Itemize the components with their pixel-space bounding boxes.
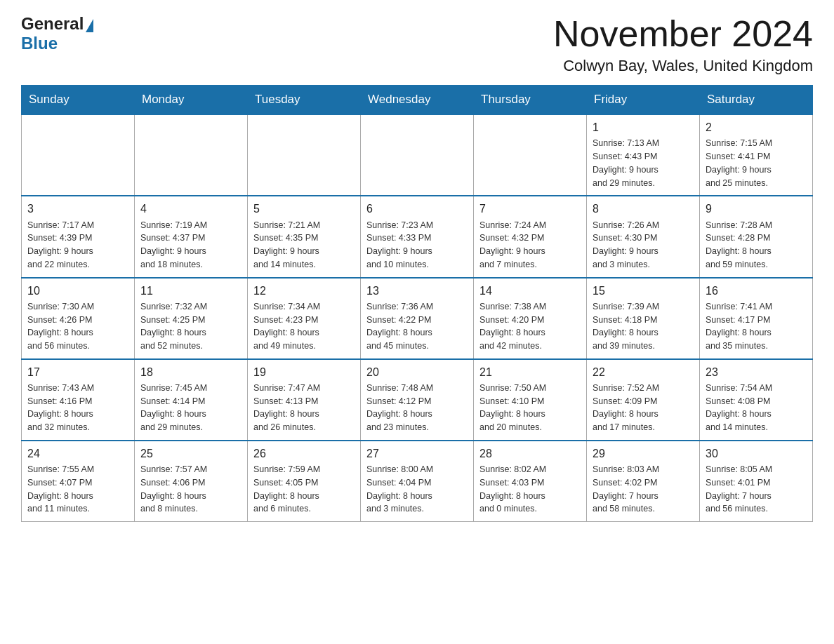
day-info: Sunrise: 7:28 AMSunset: 4:28 PMDaylight:… — [706, 219, 807, 271]
calendar-cell: 4Sunrise: 7:19 AMSunset: 4:37 PMDaylight… — [135, 196, 248, 277]
calendar-cell: 12Sunrise: 7:34 AMSunset: 4:23 PMDayligh… — [248, 278, 361, 359]
day-info: Sunrise: 7:24 AMSunset: 4:32 PMDaylight:… — [479, 219, 581, 271]
week-row-2: 3Sunrise: 7:17 AMSunset: 4:39 PMDaylight… — [22, 196, 813, 277]
day-number: 1 — [593, 119, 694, 135]
day-info: Sunrise: 7:45 AMSunset: 4:14 PMDaylight:… — [140, 382, 241, 434]
calendar-cell: 22Sunrise: 7:52 AMSunset: 4:09 PMDayligh… — [587, 359, 700, 441]
calendar-cell: 14Sunrise: 7:38 AMSunset: 4:20 PMDayligh… — [474, 278, 587, 359]
calendar-subtitle: Colwyn Bay, Wales, United Kingdom — [553, 57, 813, 75]
day-info: Sunrise: 7:36 AMSunset: 4:22 PMDaylight:… — [366, 300, 468, 353]
calendar-cell: 11Sunrise: 7:32 AMSunset: 4:25 PMDayligh… — [135, 278, 248, 359]
calendar-cell: 27Sunrise: 8:00 AMSunset: 4:04 PMDayligh… — [361, 441, 474, 522]
day-number: 25 — [140, 445, 241, 462]
day-number: 7 — [479, 201, 581, 217]
day-number: 11 — [140, 283, 241, 299]
day-number: 30 — [706, 445, 807, 462]
day-info: Sunrise: 7:39 AMSunset: 4:18 PMDaylight:… — [593, 300, 694, 353]
col-header-sunday: Sunday — [22, 86, 135, 115]
day-info: Sunrise: 7:50 AMSunset: 4:10 PMDaylight:… — [479, 382, 581, 434]
day-number: 10 — [27, 283, 128, 299]
day-info: Sunrise: 7:17 AMSunset: 4:39 PMDaylight:… — [27, 219, 128, 271]
day-number: 15 — [593, 283, 694, 299]
day-number: 3 — [27, 201, 128, 217]
col-header-friday: Friday — [587, 86, 700, 115]
calendar-table: SundayMondayTuesdayWednesdayThursdayFrid… — [21, 85, 813, 522]
col-header-thursday: Thursday — [474, 86, 587, 115]
week-row-3: 10Sunrise: 7:30 AMSunset: 4:26 PMDayligh… — [22, 278, 813, 359]
calendar-cell: 17Sunrise: 7:43 AMSunset: 4:16 PMDayligh… — [22, 359, 135, 441]
col-header-saturday: Saturday — [700, 86, 813, 115]
col-header-monday: Monday — [135, 86, 248, 115]
day-number: 24 — [27, 445, 128, 462]
day-number: 16 — [706, 283, 807, 299]
day-info: Sunrise: 8:03 AMSunset: 4:02 PMDaylight:… — [593, 463, 694, 516]
logo: General Blue — [21, 14, 93, 53]
col-header-wednesday: Wednesday — [361, 86, 474, 115]
logo-triangle-icon — [86, 19, 93, 32]
day-info: Sunrise: 8:05 AMSunset: 4:01 PMDaylight:… — [706, 463, 807, 516]
calendar-cell: 20Sunrise: 7:48 AMSunset: 4:12 PMDayligh… — [361, 359, 474, 441]
day-number: 4 — [140, 201, 241, 217]
day-info: Sunrise: 8:02 AMSunset: 4:03 PMDaylight:… — [479, 463, 581, 516]
day-info: Sunrise: 7:43 AMSunset: 4:16 PMDaylight:… — [27, 382, 128, 434]
calendar-cell: 7Sunrise: 7:24 AMSunset: 4:32 PMDaylight… — [474, 196, 587, 277]
week-row-4: 17Sunrise: 7:43 AMSunset: 4:16 PMDayligh… — [22, 359, 813, 441]
day-info: Sunrise: 7:57 AMSunset: 4:06 PMDaylight:… — [140, 463, 241, 516]
calendar-cell: 23Sunrise: 7:54 AMSunset: 4:08 PMDayligh… — [700, 359, 813, 441]
day-info: Sunrise: 7:55 AMSunset: 4:07 PMDaylight:… — [27, 463, 128, 516]
calendar-cell: 15Sunrise: 7:39 AMSunset: 4:18 PMDayligh… — [587, 278, 700, 359]
calendar-cell: 1Sunrise: 7:13 AMSunset: 4:43 PMDaylight… — [587, 114, 700, 196]
week-row-1: 1Sunrise: 7:13 AMSunset: 4:43 PMDaylight… — [22, 114, 813, 196]
calendar-cell: 13Sunrise: 7:36 AMSunset: 4:22 PMDayligh… — [361, 278, 474, 359]
calendar-cell: 25Sunrise: 7:57 AMSunset: 4:06 PMDayligh… — [135, 441, 248, 522]
day-info: Sunrise: 7:52 AMSunset: 4:09 PMDaylight:… — [593, 382, 694, 434]
day-number: 2 — [706, 119, 807, 135]
day-number: 26 — [253, 445, 355, 462]
calendar-cell — [361, 114, 474, 196]
logo-blue-text: Blue — [21, 34, 58, 53]
day-number: 12 — [253, 283, 355, 299]
page-header: General Blue November 2024 Colwyn Bay, W… — [21, 14, 813, 75]
calendar-cell: 9Sunrise: 7:28 AMSunset: 4:28 PMDaylight… — [700, 196, 813, 277]
day-number: 18 — [140, 364, 241, 380]
calendar-cell: 24Sunrise: 7:55 AMSunset: 4:07 PMDayligh… — [22, 441, 135, 522]
calendar-cell: 19Sunrise: 7:47 AMSunset: 4:13 PMDayligh… — [248, 359, 361, 441]
day-info: Sunrise: 7:21 AMSunset: 4:35 PMDaylight:… — [253, 219, 355, 271]
calendar-title: November 2024 — [553, 14, 813, 54]
calendar-header-row: SundayMondayTuesdayWednesdayThursdayFrid… — [22, 86, 813, 115]
week-row-5: 24Sunrise: 7:55 AMSunset: 4:07 PMDayligh… — [22, 441, 813, 522]
day-info: Sunrise: 7:54 AMSunset: 4:08 PMDaylight:… — [706, 382, 807, 434]
day-number: 20 — [366, 364, 468, 380]
day-number: 27 — [366, 445, 468, 462]
calendar-cell: 6Sunrise: 7:23 AMSunset: 4:33 PMDaylight… — [361, 196, 474, 277]
day-info: Sunrise: 7:59 AMSunset: 4:05 PMDaylight:… — [253, 463, 355, 516]
col-header-tuesday: Tuesday — [248, 86, 361, 115]
calendar-cell — [135, 114, 248, 196]
logo-general-text: General — [21, 14, 84, 34]
day-info: Sunrise: 7:23 AMSunset: 4:33 PMDaylight:… — [366, 219, 468, 271]
day-info: Sunrise: 7:41 AMSunset: 4:17 PMDaylight:… — [706, 300, 807, 353]
calendar-cell: 2Sunrise: 7:15 AMSunset: 4:41 PMDaylight… — [700, 114, 813, 196]
calendar-cell: 10Sunrise: 7:30 AMSunset: 4:26 PMDayligh… — [22, 278, 135, 359]
calendar-cell: 29Sunrise: 8:03 AMSunset: 4:02 PMDayligh… — [587, 441, 700, 522]
calendar-cell — [248, 114, 361, 196]
calendar-cell — [474, 114, 587, 196]
calendar-cell: 21Sunrise: 7:50 AMSunset: 4:10 PMDayligh… — [474, 359, 587, 441]
day-number: 14 — [479, 283, 581, 299]
day-number: 23 — [706, 364, 807, 380]
calendar-cell: 18Sunrise: 7:45 AMSunset: 4:14 PMDayligh… — [135, 359, 248, 441]
calendar-cell: 3Sunrise: 7:17 AMSunset: 4:39 PMDaylight… — [22, 196, 135, 277]
calendar-cell: 5Sunrise: 7:21 AMSunset: 4:35 PMDaylight… — [248, 196, 361, 277]
calendar-cell: 16Sunrise: 7:41 AMSunset: 4:17 PMDayligh… — [700, 278, 813, 359]
day-info: Sunrise: 7:47 AMSunset: 4:13 PMDaylight:… — [253, 382, 355, 434]
day-number: 8 — [593, 201, 694, 217]
calendar-cell: 30Sunrise: 8:05 AMSunset: 4:01 PMDayligh… — [700, 441, 813, 522]
day-info: Sunrise: 7:38 AMSunset: 4:20 PMDaylight:… — [479, 300, 581, 353]
day-number: 17 — [27, 364, 128, 380]
day-number: 6 — [366, 201, 468, 217]
day-info: Sunrise: 7:34 AMSunset: 4:23 PMDaylight:… — [253, 300, 355, 353]
day-number: 22 — [593, 364, 694, 380]
calendar-cell: 8Sunrise: 7:26 AMSunset: 4:30 PMDaylight… — [587, 196, 700, 277]
day-number: 21 — [479, 364, 581, 380]
day-number: 19 — [253, 364, 355, 380]
